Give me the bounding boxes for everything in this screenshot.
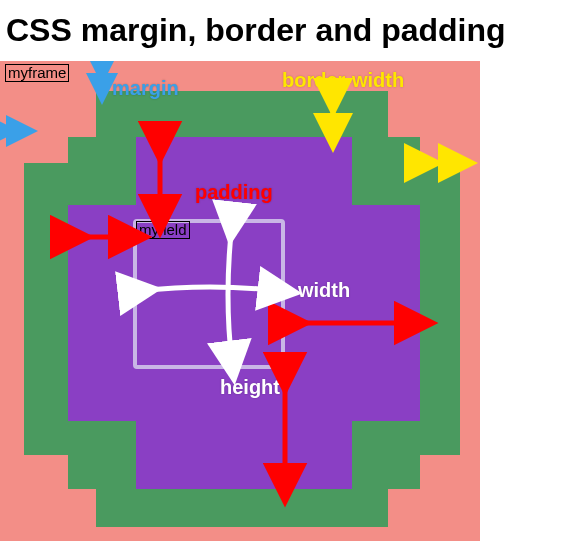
myframe-label: myframe	[5, 64, 69, 82]
width-annot: width	[298, 279, 350, 302]
height-annot: height	[220, 376, 280, 399]
myfield-label: myfield	[136, 221, 190, 239]
padding-annot: padding	[195, 181, 273, 204]
notch	[352, 137, 420, 205]
notch	[352, 421, 420, 489]
notch	[68, 137, 136, 205]
margin-annot: margin	[112, 77, 179, 100]
border-width-annot: border-width	[282, 69, 404, 92]
box-model-diagram: myframe myfield margin border-width padd…	[0, 61, 575, 541]
content-box	[133, 219, 285, 369]
notch	[68, 421, 136, 489]
page-title: CSS margin, border and padding	[0, 0, 575, 61]
